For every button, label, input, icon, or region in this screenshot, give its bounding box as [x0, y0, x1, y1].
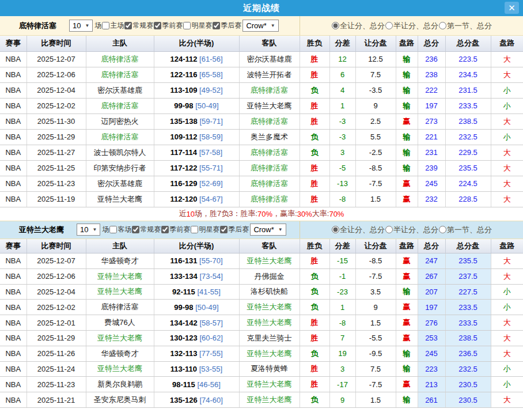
- filter-checkbox-label: 主场: [110, 21, 124, 31]
- over-under-cell: 大: [491, 160, 523, 176]
- handicap-line-cell: -7.5: [355, 268, 396, 284]
- date-cell: 2025-11-21: [26, 392, 86, 408]
- away-team-cell: 亚特兰大老鹰: [239, 315, 300, 331]
- scope-radio[interactable]: [439, 22, 446, 29]
- date-cell: 2025-12-07: [26, 253, 86, 269]
- filter-checkbox[interactable]: [161, 226, 169, 233]
- half-score-text: [65-58]: [199, 70, 222, 79]
- score-text: 117-122: [170, 164, 197, 172]
- win-loss-cell: 胜: [300, 113, 329, 129]
- date-cell: 2025-11-27: [26, 145, 86, 160]
- score-cell: 130-123 [60-62]: [154, 330, 239, 346]
- home-team-cell: 亚特兰大老鹰: [86, 361, 154, 377]
- away-team-cell: 底特律活塞: [239, 160, 300, 176]
- handicap-line-cell: -7.5: [355, 176, 396, 191]
- score-text: 134-142: [170, 319, 198, 327]
- filter-checkbox[interactable]: [109, 226, 117, 233]
- handicap-result-cell: 赢: [396, 315, 418, 331]
- odds-source-select[interactable]: Crow* ▼: [250, 224, 286, 236]
- score-text: 92-115: [172, 287, 195, 296]
- filter-checkbox[interactable]: [213, 22, 220, 29]
- total-points-cell: 197: [418, 98, 445, 113]
- half-score-text: [57-58]: [199, 148, 222, 157]
- chevron-down-icon: ▼: [271, 23, 275, 28]
- record-summary-segment: 场，胜7负3：胜率:: [195, 209, 257, 219]
- away-team-cell: 奥兰多魔术: [239, 129, 300, 145]
- scope-radio[interactable]: [385, 226, 393, 233]
- filter-checkbox[interactable]: [220, 226, 228, 233]
- home-team-cell: 密尔沃基雄鹿: [86, 82, 154, 98]
- odds-source-select[interactable]: Crow* ▼: [242, 20, 278, 32]
- away-team-cell: 亚特兰大老鹰: [239, 392, 300, 408]
- over-under-cell: 小: [491, 284, 523, 300]
- over-under-cell: 大: [491, 253, 523, 269]
- date-cell: 2025-12-04: [26, 82, 86, 98]
- filter-checkbox-label: 季后赛: [221, 21, 241, 31]
- results-table-2: 赛事比赛时间主队比分(半场)客队胜负分差让分盘盘路总分总分盘盘路 NBA 202…: [0, 239, 523, 408]
- over-under-cell: 大: [491, 315, 523, 331]
- recent-results-dialog: 近期战绩 ✕ 底特律活塞 10 ▼ 场 主场 常: [0, 0, 523, 408]
- filter-checkbox-label: 明星赛: [199, 225, 219, 234]
- league-cell: NBA: [0, 284, 26, 300]
- point-diff-cell: 3: [329, 145, 355, 160]
- games-count-select[interactable]: 10 ▼: [77, 224, 100, 236]
- half-score-text: [58-57]: [199, 319, 222, 327]
- filter-checkbox[interactable]: [132, 226, 139, 233]
- scope-radio-label: 全让分、总分: [340, 21, 385, 31]
- total-points-cell: 273: [418, 113, 445, 129]
- home-team-cell: 费城76人: [86, 315, 154, 331]
- over-under-cell: 大: [491, 330, 523, 346]
- league-cell: NBA: [0, 160, 26, 176]
- half-score-text: [41-55]: [197, 287, 220, 296]
- handicap-line-cell: -8.5: [355, 160, 396, 176]
- over-under-cell: 大: [491, 67, 523, 82]
- odds-source-value: Crow*: [253, 225, 274, 234]
- total-line-cell: 232.5: [445, 361, 491, 377]
- scope-radio[interactable]: [332, 226, 339, 233]
- date-cell: 2025-12-04: [26, 284, 86, 300]
- table-row: NBA 2025-12-02 底特律活塞 99-98 [50-49] 亚特兰大老…: [0, 98, 523, 113]
- over-under-cell: 小: [491, 361, 523, 377]
- over-under-cell: 小: [491, 98, 523, 113]
- filter-checkbox[interactable]: [183, 22, 191, 29]
- over-under-cell: 大: [491, 145, 523, 160]
- handicap-line-cell: -3.5: [355, 82, 396, 98]
- score-text: 112-120: [170, 195, 197, 203]
- league-cell: NBA: [0, 346, 26, 361]
- filter-checkbox[interactable]: [154, 22, 161, 29]
- games-count-select[interactable]: 10 ▼: [69, 20, 93, 32]
- scope-radio-label: 第一节、总分: [447, 21, 492, 31]
- home-team-cell: 圣安东尼奥马刺: [86, 392, 154, 408]
- league-cell: NBA: [0, 129, 26, 145]
- home-team-cell: 底特律活塞: [86, 51, 154, 67]
- column-header: 比分(半场): [154, 239, 239, 253]
- score-cell: 116-131 [55-70]: [154, 253, 239, 269]
- total-line-cell: 229.5: [445, 145, 491, 160]
- column-header: 盘路: [396, 36, 418, 51]
- scope-radio[interactable]: [439, 226, 446, 233]
- handicap-line-cell: -8.5: [355, 253, 396, 269]
- score-cell: 132-113 [77-55]: [154, 346, 239, 361]
- total-points-cell: 197: [418, 300, 445, 315]
- table-row: NBA 2025-11-21 圣安东尼奥马刺 135-126 [74-60] 亚…: [0, 392, 523, 408]
- total-points-cell: 239: [418, 160, 445, 176]
- close-button[interactable]: ✕: [505, 2, 519, 14]
- date-cell: 2025-12-02: [26, 98, 86, 113]
- table-row: NBA 2025-11-23 新奥尔良鹈鹕 98-115 [46-56] 亚特兰…: [0, 377, 523, 392]
- scope-radio[interactable]: [385, 22, 393, 29]
- filter-checkbox[interactable]: [124, 22, 132, 29]
- filter-checkbox[interactable]: [191, 226, 198, 233]
- filter-checkbox[interactable]: [102, 22, 109, 29]
- score-cell: 113-110 [53-55]: [154, 361, 239, 377]
- table-row: NBA 2025-12-04 亚特兰大老鹰 92-115 [41-55] 洛杉矶…: [0, 284, 523, 300]
- filter-checkbox-label: 季前赛: [162, 21, 183, 31]
- point-diff-cell: -13: [329, 176, 355, 191]
- scope-radio[interactable]: [332, 22, 339, 29]
- score-text: 124-112: [170, 55, 197, 63]
- home-team-cell: 底特律活塞: [86, 67, 154, 82]
- score-cell: 109-112 [58-59]: [154, 129, 239, 145]
- column-header: 比分(半场): [154, 36, 239, 51]
- away-team-cell: 底特律活塞: [239, 145, 300, 160]
- handicap-line-cell: 9: [355, 98, 396, 113]
- column-header: 胜负: [300, 36, 329, 51]
